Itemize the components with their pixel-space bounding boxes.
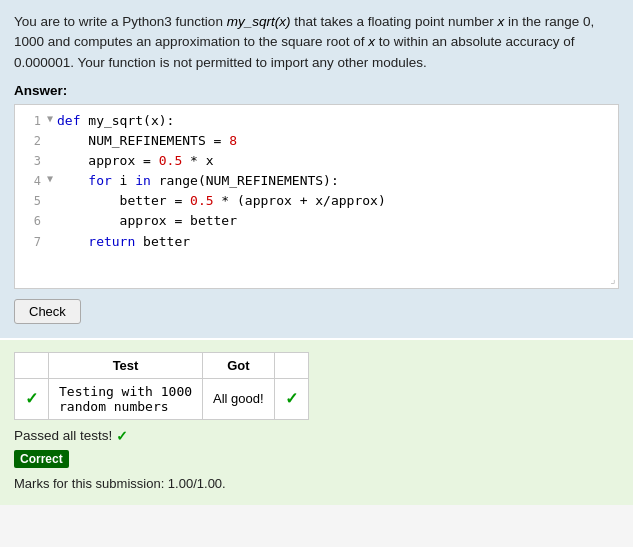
results-section: Test Got ✓ Testing with 1000random numbe… — [0, 340, 633, 505]
resize-handle: ⌟ — [609, 273, 616, 286]
row-got-cell: All good! — [203, 378, 275, 419]
code-line-2: 2 NUM_REFINEMENTS = 8 — [15, 131, 618, 151]
code-line-4: 4 ▼ for i in range(NUM_REFINEMENTS): — [15, 171, 618, 191]
col-got-header: Got — [203, 352, 275, 378]
row-check-right: ✓ — [274, 378, 308, 419]
marks-text: Marks for this submission: 1.00/1.00. — [14, 476, 226, 491]
pass-check-left-icon: ✓ — [25, 390, 38, 407]
passed-check-icon: ✓ — [116, 428, 128, 444]
pass-check-right-icon: ✓ — [285, 390, 298, 407]
col-check-header — [15, 352, 49, 378]
code-line-3: 3 approx = 0.5 * x — [15, 151, 618, 171]
marks-line: Marks for this submission: 1.00/1.00. — [14, 475, 619, 491]
question-section: You are to write a Python3 function my_s… — [0, 0, 633, 338]
row-check-left: ✓ — [15, 378, 49, 419]
row-test-cell: Testing with 1000random numbers — [49, 378, 203, 419]
problem-description: You are to write a Python3 function my_s… — [14, 12, 619, 73]
passed-line: Passed all tests! ✓ — [14, 428, 619, 444]
check-button[interactable]: Check — [14, 299, 81, 324]
col-pass-header — [274, 352, 308, 378]
answer-label: Answer: — [14, 83, 619, 98]
main-container: You are to write a Python3 function my_s… — [0, 0, 633, 505]
code-line-1: 1 ▼ def my_sqrt(x): — [15, 111, 618, 131]
passed-text: Passed all tests! — [14, 428, 112, 443]
code-line-6: 6 approx = better — [15, 211, 618, 231]
col-test-header: Test — [49, 352, 203, 378]
code-line-5: 5 better = 0.5 * (approx + x/approx) — [15, 191, 618, 211]
correct-badge: Correct — [14, 450, 619, 471]
table-row: ✓ Testing with 1000random numbers All go… — [15, 378, 309, 419]
code-line-7: 7 return better — [15, 232, 618, 252]
results-table: Test Got ✓ Testing with 1000random numbe… — [14, 352, 309, 420]
code-editor[interactable]: 1 ▼ def my_sqrt(x): 2 NUM_REFINEMENTS = … — [14, 104, 619, 289]
